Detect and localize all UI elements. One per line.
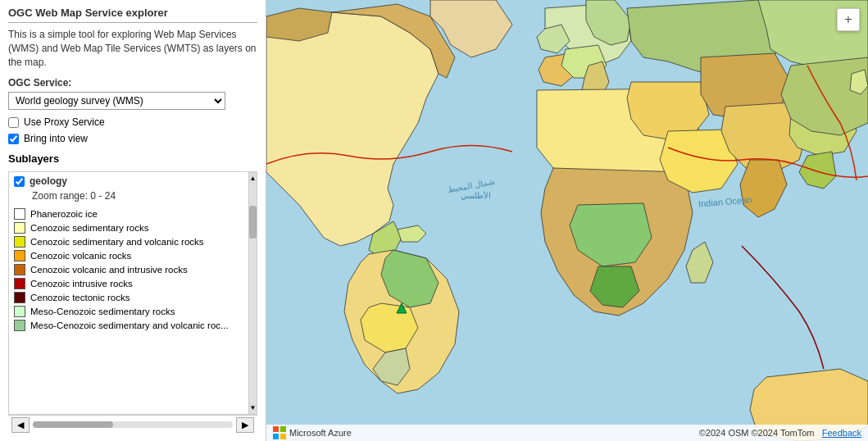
sublayer-item: geology xyxy=(14,175,245,187)
map-svg: Indian Ocean شمال المحيط الأطلسي xyxy=(266,0,868,441)
panel-title: OGC Web Map Service explorer xyxy=(8,7,257,23)
atlantic-label2: الأطلسي xyxy=(461,191,491,200)
ogc-service-select[interactable]: World geology survey (WMS) xyxy=(8,92,225,110)
bring-into-view-row: Bring into view xyxy=(8,133,257,144)
sidebar: OGC Web Map Service explorer This is a s… xyxy=(0,0,266,441)
scroll-right-button[interactable]: ▶ xyxy=(236,417,254,433)
legend-label-cenozoic-sed-vol: Cenozoic sedimentary and volcanic rocks xyxy=(30,237,204,247)
legend-color-meso-cen-sed xyxy=(14,306,25,317)
sublayer-geology-checkbox[interactable] xyxy=(14,176,25,187)
sublayer-geology-name: geology xyxy=(30,175,67,187)
legend-label-meso-cen-sed: Meso-Cenozoic sedimentary rocks xyxy=(30,307,175,316)
vertical-scrollbar: ▲ ▼ xyxy=(248,172,257,413)
sublayers-title: Sublayers xyxy=(8,152,257,165)
sublayer-inner: geology Zoom range: 0 - 24 Phanerozoic i… xyxy=(9,172,257,413)
legend-label-phanerozoic: Phanerozoic ice xyxy=(30,209,98,219)
legend-color-cenozoic-vol-intr xyxy=(14,264,25,275)
scroll-left-button[interactable]: ◀ xyxy=(11,417,30,433)
scroll-down-button[interactable]: ▼ xyxy=(249,402,257,414)
legend-label-cenozoic-tect: Cenozoic tectonic rocks xyxy=(30,293,130,302)
legend-label-cenozoic-vol-intr: Cenozoic volcanic and intrusive rocks xyxy=(30,265,188,275)
microsoft-azure-branding: Microsoft Azure xyxy=(273,426,352,439)
bring-into-view-label: Bring into view xyxy=(24,133,88,144)
legend-item: Cenozoic volcanic and intrusive rocks xyxy=(14,264,245,275)
feedback-link[interactable]: Feedback xyxy=(822,428,861,438)
ogc-select-container: World geology survey (WMS) xyxy=(8,92,257,110)
scroll-thumb xyxy=(249,206,257,239)
logo-q4 xyxy=(280,434,286,439)
zoom-range: Zoom range: 0 - 24 xyxy=(32,190,245,202)
legend-color-cenozoic-vol xyxy=(14,250,25,261)
bring-into-view-checkbox[interactable] xyxy=(8,134,19,144)
use-proxy-checkbox[interactable] xyxy=(8,117,19,128)
legend-item: Cenozoic volcanic rocks xyxy=(14,250,245,261)
scroll-up-button[interactable]: ▲ xyxy=(249,172,257,184)
map-container[interactable]: Indian Ocean شمال المحيط الأطلسي + Micro… xyxy=(266,0,868,441)
attribution-container: ©2024 OSM ©2024 TomTom Feedback xyxy=(699,428,861,438)
legend-color-cenozoic-tect xyxy=(14,292,25,303)
horizontal-scroll-thumb xyxy=(33,421,113,428)
horizontal-scroll-track xyxy=(33,421,233,428)
sublayer-scroll-container: ▲ ▼ geology Zoom range: 0 - 24 Phanerozo… xyxy=(8,171,257,414)
use-proxy-row: Use Proxy Service xyxy=(8,116,257,128)
legend-list: Phanerozoic ice Cenozoic sedimentary roc… xyxy=(14,208,245,331)
scroll-thumb-track xyxy=(249,184,257,402)
ogc-service-label: OGC Service: xyxy=(8,77,257,89)
horizontal-scroll-bar: ◀ ▶ xyxy=(8,415,257,434)
logo-q2 xyxy=(280,426,286,432)
legend-color-meso-cen-sed-vol xyxy=(14,320,25,331)
description: This is a simple tool for exploring Web … xyxy=(8,28,257,69)
legend-label-cenozoic-vol: Cenozoic volcanic rocks xyxy=(30,251,131,261)
legend-color-phanerozoic xyxy=(14,208,25,220)
zoom-in-button[interactable]: + xyxy=(838,9,859,30)
azure-label: Microsoft Azure xyxy=(289,428,352,438)
logo-q3 xyxy=(273,434,279,439)
legend-label-cenozoic-intr: Cenozoic intrusive rocks xyxy=(30,279,133,289)
attribution-text: ©2024 OSM ©2024 TomTom xyxy=(699,428,815,438)
legend-item: Meso-Cenozoic sedimentary and volcanic r… xyxy=(14,320,245,331)
map-footer: Microsoft Azure ©2024 OSM ©2024 TomTom F… xyxy=(266,425,868,441)
legend-color-cenozoic-sed xyxy=(14,222,25,234)
legend-color-cenozoic-sed-vol xyxy=(14,236,25,248)
legend-color-cenozoic-intr xyxy=(14,278,25,289)
use-proxy-label: Use Proxy Service xyxy=(24,116,105,128)
logo-q1 xyxy=(273,426,279,432)
legend-label-meso-cen-sed-vol: Meso-Cenozoic sedimentary and volcanic r… xyxy=(30,321,229,330)
legend-item: Cenozoic sedimentary rocks xyxy=(14,222,245,234)
zoom-control: + xyxy=(837,8,860,31)
legend-item: Meso-Cenozoic sedimentary rocks xyxy=(14,306,245,317)
legend-item: Cenozoic sedimentary and volcanic rocks xyxy=(14,236,245,248)
legend-label-cenozoic-sed: Cenozoic sedimentary rocks xyxy=(30,223,148,233)
legend-item: Cenozoic intrusive rocks xyxy=(14,278,245,289)
legend-item: Phanerozoic ice xyxy=(14,208,245,220)
microsoft-logo xyxy=(273,426,286,439)
legend-item: Cenozoic tectonic rocks xyxy=(14,292,245,303)
